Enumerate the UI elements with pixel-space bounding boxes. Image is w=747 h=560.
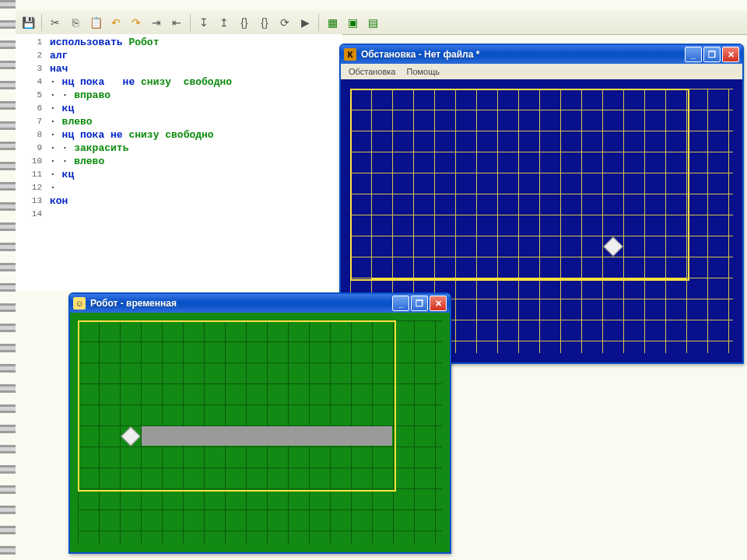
maximize-button[interactable]: ❐ (411, 296, 428, 311)
minimize-button[interactable]: _ (392, 296, 409, 311)
close-button[interactable]: ✕ (722, 47, 739, 62)
app-icon: К (344, 48, 356, 61)
cut-icon[interactable]: ✂ (46, 13, 65, 32)
add-icon[interactable]: ▤ (363, 13, 382, 32)
wall-segment (371, 278, 686, 279)
brace-r-icon[interactable]: {} (255, 13, 274, 32)
robot-field[interactable] (70, 313, 450, 552)
robot-titlebar[interactable]: ☺ Робот - временная _ ❐ ✕ (70, 294, 450, 313)
app-icon: ☺ (73, 297, 86, 310)
env-title: Обстановка - Нет файла * (361, 49, 685, 60)
step-out-icon[interactable]: ↥ (215, 13, 233, 32)
brace-l-icon[interactable]: {} (235, 13, 254, 32)
robot-title: Робот - временная (90, 298, 392, 309)
grid-icon[interactable]: ▦ (323, 13, 342, 32)
code-area[interactable]: использовать Роботалгнач· нц пока не сни… (50, 34, 342, 291)
loop-icon[interactable]: ⟳ (275, 13, 294, 32)
menu-help[interactable]: Помощь (406, 67, 440, 76)
toolbar: 💾 ✂ ⎘ 📋 ↶ ↷ ⇥ ⇤ ↧ ↥ {} {} ⟳ ▶ ▦ ▣ ▤ (16, 11, 747, 35)
indent-icon[interactable]: ⇥ (147, 13, 166, 32)
minimize-button[interactable]: _ (685, 47, 702, 62)
copy-icon[interactable]: ⎘ (66, 13, 85, 32)
close-button[interactable]: ✕ (430, 296, 447, 311)
spiral-binding (0, 0, 16, 560)
menu-env[interactable]: Обстановка (349, 67, 395, 76)
paste-icon[interactable]: 📋 (86, 13, 105, 32)
robot-window[interactable]: ☺ Робот - временная _ ❐ ✕ (68, 292, 451, 554)
wall-rect (78, 320, 396, 492)
outdent-icon[interactable]: ⇤ (167, 13, 186, 32)
run-icon[interactable]: ▶ (296, 13, 314, 32)
filled-cells (142, 426, 392, 446)
maximize-button[interactable]: ❐ (703, 47, 721, 62)
undo-icon[interactable]: ↶ (107, 13, 125, 32)
save-icon[interactable]: 💾 (19, 13, 37, 32)
redo-icon[interactable]: ↷ (127, 13, 146, 32)
panel-icon[interactable]: ▣ (343, 13, 362, 32)
gutter: 1234567891011121314 (16, 34, 47, 291)
step-in-icon[interactable]: ↧ (195, 13, 213, 32)
env-titlebar[interactable]: К Обстановка - Нет файла * _ ❐ ✕ (341, 45, 742, 64)
wall-rect (350, 89, 689, 281)
code-editor[interactable]: 1234567891011121314 использовать Роботал… (16, 34, 342, 291)
env-menubar: Обстановка Помощь (341, 64, 742, 80)
